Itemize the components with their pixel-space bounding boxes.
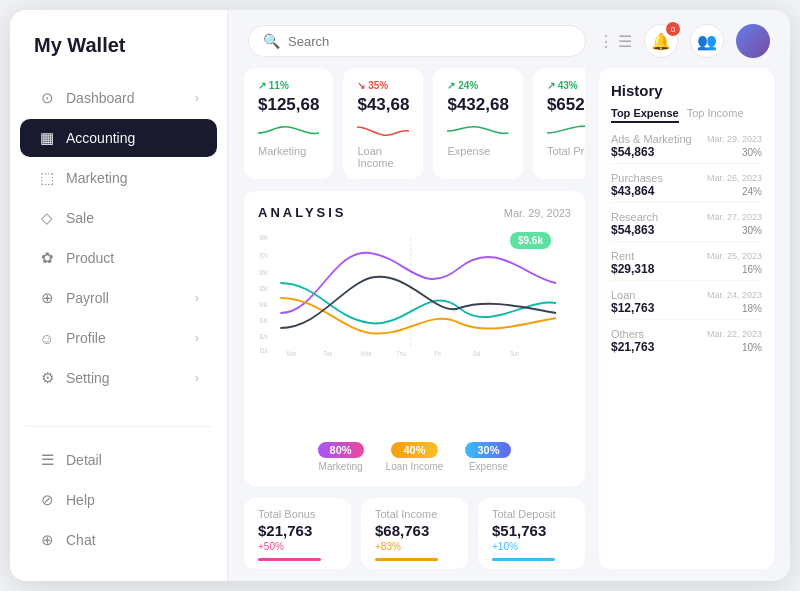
payroll-icon: ⊕ (38, 289, 56, 307)
history-item-row: $54,863 30% (611, 223, 762, 237)
chart-area: $9.6k $8k $7k $6k $5k $4k $3k $2k $1k (258, 228, 571, 434)
help-icon: ⊘ (38, 491, 56, 509)
history-item-header: Loan Mar. 24, 2023 (611, 289, 762, 301)
history-item-date: Mar. 24, 2023 (707, 290, 762, 300)
history-item-pct: 16% (742, 264, 762, 275)
notification-button[interactable]: 🔔 0 (644, 24, 678, 58)
chevron-payroll: › (195, 291, 199, 305)
bottom-card-total-income: Total Income $68,763 +83% (361, 498, 468, 569)
history-panel: History Top Expense Top Income Ads & Mar… (599, 68, 774, 569)
history-items-container: Ads & Marketing Mar. 29, 2023 $54,863 30… (611, 133, 762, 362)
bottom-card-value-total-income: $68,763 (375, 522, 454, 539)
legend-pill: 40% (391, 442, 437, 458)
history-item-header: Ads & Marketing Mar. 29, 2023 (611, 133, 762, 145)
content-area: ↗ 11% $125,68 Marketing ↘ 35% $43,68 Loa… (228, 68, 790, 581)
svg-text:Wed: Wed (361, 349, 372, 357)
legend-pill: 80% (318, 442, 364, 458)
sidebar-item-marketing[interactable]: ⬚ Marketing (20, 159, 217, 197)
sidebar-item-accounting[interactable]: ▦ Accounting (20, 119, 217, 157)
history-item-header: Purchases Mar. 26, 2023 (611, 172, 762, 184)
sidebar-nav: ⊙ Dashboard ›▦ Accounting ⬚ Marketing ◇ … (10, 77, 227, 414)
history-tabs: Top Expense Top Income (611, 107, 762, 123)
history-item-date: Mar. 22, 2023 (707, 329, 762, 339)
stat-card-total-profit: ↗ 43% $652,568 Total Profit (533, 68, 585, 179)
sidebar-item-chat[interactable]: ⊕ Chat (20, 521, 217, 559)
dashboard-icon: ⊙ (38, 89, 56, 107)
analysis-card: ANALYSIS Mar. 29, 2023 $9.6k $8k $7k $6k… (244, 191, 585, 486)
sidebar-label-profile: Profile (66, 330, 106, 346)
history-item-pct: 10% (742, 342, 762, 353)
bottom-card-value-total-bonus: $21,763 (258, 522, 337, 539)
svg-text:$3k: $3k (259, 316, 268, 324)
tab-top-expense[interactable]: Top Expense (611, 107, 679, 123)
history-item-date: Mar. 25, 2023 (707, 251, 762, 261)
sidebar-item-payroll[interactable]: ⊕ Payroll › (20, 279, 217, 317)
accounting-icon: ▦ (38, 129, 56, 147)
sidebar-label-marketing: Marketing (66, 170, 127, 186)
history-item-name: Research (611, 211, 658, 223)
sidebar-item-dashboard[interactable]: ⊙ Dashboard › (20, 79, 217, 117)
stat-value-marketing: $125,68 (258, 95, 319, 115)
bottom-card-bar-total-income (375, 558, 438, 561)
history-item-value: $21,763 (611, 340, 654, 354)
history-item-value: $43,864 (611, 184, 654, 198)
sidebar-item-profile[interactable]: ☺ Profile › (20, 319, 217, 357)
history-item-date: Mar. 26, 2023 (707, 173, 762, 183)
search-input[interactable] (288, 34, 571, 49)
legend-item-marketing: 80% Marketing (318, 442, 364, 472)
svg-text:Mon: Mon (286, 349, 297, 357)
sidebar-item-setting[interactable]: ⚙ Setting › (20, 359, 217, 397)
sidebar-bottom: ☰ Detail⊘ Help⊕ Chat (10, 439, 227, 565)
history-item-name: Ads & Marketing (611, 133, 692, 145)
topbar: 🔍 ⋮ ☰ 🔔 0 👥 (228, 10, 790, 68)
stat-label-loan-income: Loan Income (357, 145, 409, 169)
chevron-dashboard: › (195, 91, 199, 105)
svg-text:$5k: $5k (259, 284, 268, 292)
history-item-header: Rent Mar. 25, 2023 (611, 250, 762, 262)
history-item-pct: 30% (742, 225, 762, 236)
users-icon: 👥 (697, 32, 717, 51)
sidebar-label-accounting: Accounting (66, 130, 135, 146)
sidebar-item-help[interactable]: ⊘ Help (20, 481, 217, 519)
bottom-card-title-total-income: Total Income (375, 508, 454, 520)
history-item-header: Research Mar. 27, 2023 (611, 211, 762, 223)
bottom-card-change-total-bonus: +50% (258, 541, 337, 552)
history-item-date: Mar. 27, 2023 (707, 212, 762, 222)
notification-badge: 0 (666, 22, 680, 36)
svg-text:$7k: $7k (259, 251, 268, 259)
search-box[interactable]: 🔍 (248, 25, 586, 57)
stat-label-total-profit: Total Profit (547, 145, 585, 157)
avatar[interactable] (736, 24, 770, 58)
search-icon: 🔍 (263, 33, 280, 49)
legend-item-loan-income: 40% Loan Income (386, 442, 444, 472)
detail-icon: ☰ (38, 451, 56, 469)
bottom-card-total-deposit: Total Deposit $51,763 +10% (478, 498, 585, 569)
sidebar-label-setting: Setting (66, 370, 110, 386)
legend-label: Expense (469, 461, 508, 472)
bottom-card-change-total-deposit: +10% (492, 541, 571, 552)
tab-top-income[interactable]: Top Income (687, 107, 744, 123)
sidebar-divider (26, 426, 211, 427)
history-item: Research Mar. 27, 2023 $54,863 30% (611, 211, 762, 242)
users-button[interactable]: 👥 (690, 24, 724, 58)
setting-icon: ⚙ (38, 369, 56, 387)
svg-text:Fri: Fri (435, 349, 441, 357)
history-item-date: Mar. 29, 2023 (707, 134, 762, 144)
topbar-icons: 🔔 0 👥 (644, 24, 770, 58)
history-item-name: Others (611, 328, 644, 340)
bottom-card-title-total-deposit: Total Deposit (492, 508, 571, 520)
stat-value-expense: $432,68 (447, 95, 508, 115)
bottom-card-value-total-deposit: $51,763 (492, 522, 571, 539)
stat-badge-loan-income: ↘ 35% (357, 80, 409, 91)
legend-label: Marketing (319, 461, 363, 472)
stat-badge-marketing: ↗ 11% (258, 80, 319, 91)
legend-label: Loan Income (386, 461, 444, 472)
sidebar-item-product[interactable]: ✿ Product (20, 239, 217, 277)
analysis-legend: 80% Marketing 40% Loan Income 30% Expens… (258, 442, 571, 472)
history-item-row: $29,318 16% (611, 262, 762, 276)
sidebar-item-detail[interactable]: ☰ Detail (20, 441, 217, 479)
sidebar-item-sale[interactable]: ◇ Sale (20, 199, 217, 237)
stat-card-expense: ↗ 24% $432,68 Expense (433, 68, 522, 179)
sidebar-label-product: Product (66, 250, 114, 266)
sparkline-expense (447, 119, 508, 141)
